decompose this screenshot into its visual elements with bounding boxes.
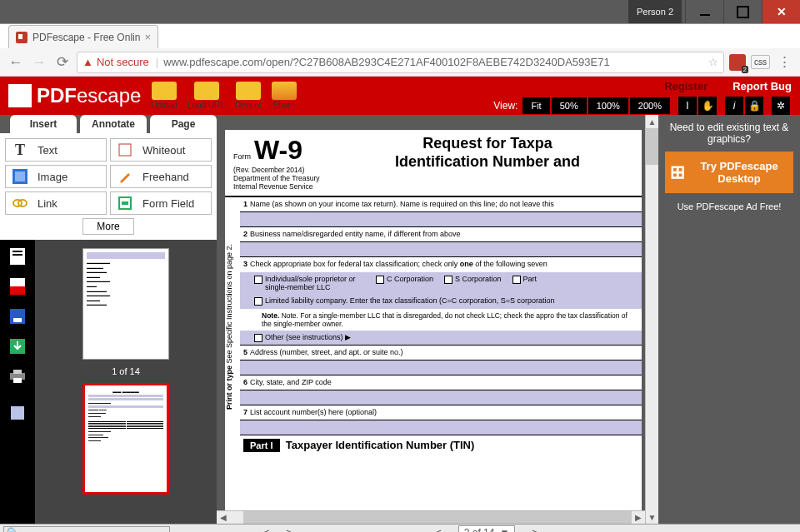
scroll-left-icon[interactable]: ◀ — [217, 513, 230, 522]
download-icon[interactable] — [8, 336, 28, 356]
field-5[interactable]: 5Address (number, street, and apt. or su… — [240, 346, 642, 360]
blank-icon[interactable] — [8, 403, 28, 423]
register-link[interactable]: Register — [664, 80, 708, 92]
svg-rect-11 — [10, 286, 25, 295]
page-select-dropdown[interactable]: 2 of 14▼ — [458, 525, 516, 533]
form-dept2: Internal Revenue Service — [233, 182, 342, 191]
tool-formfield[interactable]: Form Field — [110, 191, 212, 215]
extension-badge: 2 — [742, 66, 748, 73]
tool-image[interactable]: Image — [5, 165, 107, 188]
share-label: Share — [272, 101, 295, 110]
forward-button[interactable]: → — [30, 53, 48, 72]
vertical-scrollbar[interactable]: ▲ ▼ — [645, 115, 658, 524]
zoom-200-button[interactable]: 200% — [630, 97, 670, 114]
check-scorp[interactable]: S Corporation — [442, 275, 502, 291]
field-2[interactable]: 2Business name/disregarded entity name, … — [240, 227, 642, 242]
prev-page-button-2[interactable]: > — [286, 527, 292, 533]
recent-button[interactable]: Recent — [235, 82, 262, 110]
load-url-button[interactable]: Load URL — [188, 82, 225, 110]
check-individual[interactable]: Individual/sole proprietor or single-mem… — [252, 275, 365, 291]
bookmark-star-icon[interactable]: ☆ — [708, 56, 718, 68]
text-cursor-icon[interactable]: I — [678, 97, 697, 115]
window-maximize-button[interactable] — [723, 0, 762, 23]
try-desktop-button[interactable]: ⊞ Try PDFescape Desktop — [665, 152, 793, 193]
back-button[interactable]: ← — [7, 53, 25, 72]
form-dept1: Department of the Treasury — [233, 174, 342, 182]
try-desktop-label: Try PDFescape Desktop — [690, 160, 788, 185]
check-part[interactable]: Part — [510, 275, 538, 291]
svg-rect-6 — [122, 201, 128, 205]
tab-annotate[interactable]: Annotate — [80, 115, 147, 133]
hscroll-thumb[interactable] — [243, 511, 632, 524]
recent-label: Recent — [235, 101, 262, 110]
pdf-icon[interactable] — [8, 276, 28, 296]
page-icon[interactable] — [8, 246, 28, 266]
horizontal-scrollbar[interactable]: ◀ ▶ — [217, 510, 645, 524]
svg-rect-0 — [119, 144, 131, 156]
reload-button[interactable]: ⟳ — [53, 53, 72, 72]
tool-whiteout[interactable]: Whiteout — [110, 138, 212, 162]
page-next-button[interactable]: > — [532, 527, 538, 533]
css-extension-icon[interactable]: css — [751, 55, 770, 69]
scroll-right-icon[interactable]: ▶ — [632, 513, 645, 522]
ublock-extension-icon[interactable]: 2 — [729, 54, 746, 71]
settings-gear-icon[interactable]: ✲ — [772, 97, 790, 115]
lock-icon[interactable]: 🔒 — [745, 97, 763, 115]
tab-insert[interactable]: Insert — [10, 115, 77, 133]
pdfescape-favicon-icon — [16, 32, 28, 43]
field-5-input[interactable] — [240, 360, 642, 375]
info-icon[interactable]: i — [725, 97, 743, 115]
field-2-input[interactable] — [240, 242, 642, 257]
document-area[interactable]: Form W-9 (Rev. December 2014) Department… — [217, 115, 645, 524]
share-button[interactable]: Share — [272, 82, 297, 110]
tool-freehand[interactable]: Freehand — [110, 165, 212, 188]
bottom-bar: 🔍 < > < 2 of 14▼ > — [0, 524, 800, 532]
page-first-button[interactable]: < — [436, 527, 442, 533]
print-icon[interactable] — [8, 366, 28, 386]
ad-free-link[interactable]: Use PDFescape Ad Free! — [665, 201, 793, 211]
tab-page[interactable]: Page — [150, 115, 217, 133]
svg-rect-13 — [13, 318, 22, 322]
field-6[interactable]: 6City, state, and ZIP code — [240, 375, 642, 390]
browser-tab[interactable]: PDFescape - Free Onlin × — [8, 25, 158, 48]
profile-chip[interactable]: Person 2 — [628, 0, 682, 23]
zoom-100-button[interactable]: 100% — [588, 97, 628, 114]
scroll-down-icon[interactable]: ▼ — [646, 510, 658, 524]
upload-button[interactable]: Upload — [151, 82, 178, 110]
url-box[interactable]: ▲ Not secure | www.pdfescape.com/open/?C… — [77, 52, 724, 73]
tool-label: Whiteout — [142, 144, 185, 157]
windows-icon: ⊞ — [670, 162, 685, 183]
scroll-thumb[interactable] — [646, 128, 658, 165]
zoom-fit-button[interactable]: Fit — [522, 97, 549, 114]
field-1-input[interactable] — [240, 212, 642, 227]
window-minimize-button[interactable] — [685, 0, 723, 23]
tab-close-icon[interactable]: × — [144, 31, 151, 43]
hand-tool-icon[interactable]: ✋ — [698, 97, 717, 115]
field-1[interactable]: 1Name (as shown on your income tax retur… — [240, 197, 642, 212]
check-other[interactable]: Other (see instructions) ▶ — [240, 331, 642, 346]
thumbnail-caption: 1 of 14 — [112, 366, 140, 376]
folder-upload-icon — [152, 82, 177, 100]
more-tools-button[interactable]: More — [82, 218, 133, 235]
tool-label: Freehand — [142, 171, 189, 183]
prev-page-button[interactable]: < — [263, 527, 269, 533]
save-icon[interactable] — [8, 306, 28, 326]
app-header: PDFescape Upload Load URL Recent Share R… — [0, 77, 800, 115]
search-input[interactable]: 🔍 — [3, 526, 170, 533]
tool-grid: TText Whiteout Image Freehand Link Form … — [0, 133, 217, 240]
field-7[interactable]: 7List account number(s) here (optional) — [240, 405, 642, 420]
zoom-50-button[interactable]: 50% — [552, 97, 587, 114]
report-bug-link[interactable]: Report Bug — [732, 80, 792, 92]
browser-menu-button[interactable]: ⋮ — [775, 53, 793, 72]
check-llc[interactable]: Limited liability company. Enter the tax… — [240, 294, 642, 309]
tool-link[interactable]: Link — [5, 191, 107, 215]
tool-text[interactable]: TText — [5, 138, 107, 162]
field-7-input[interactable] — [240, 420, 642, 435]
thumbnail-1[interactable]: ▬▬▬▬▬▬▬▬▬▬▬▬▬▬▬▬▬▬▬▬▬▬▬▬▬▬▬▬▬▬▬▬▬▬▬▬▬▬▬▬… — [82, 248, 169, 360]
pdfescape-logo[interactable]: PDFescape — [8, 84, 141, 107]
window-close-button[interactable] — [762, 0, 800, 23]
scroll-up-icon[interactable]: ▲ — [646, 115, 658, 128]
thumbnail-2[interactable]: ▬▬ ▬▬▬▬ ▬▬▬▬▬▬▬▬▬ ▬▬▬▬ ▬▬▬▬▬▬▬▬▬▬▬▬▬▬▬ ▬… — [82, 383, 169, 495]
check-ccorp[interactable]: C Corporation — [373, 275, 433, 291]
field-6-input[interactable] — [240, 390, 642, 405]
